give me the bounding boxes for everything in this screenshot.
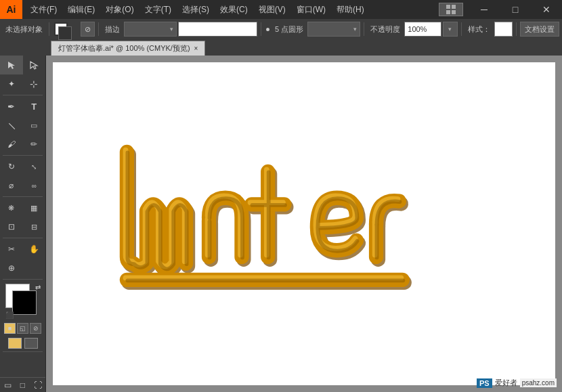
close-button[interactable]: ✕ (531, 0, 562, 19)
slice-tool-button[interactable]: ⊡ (0, 217, 23, 236)
line-shape-row: | ▭ (0, 116, 45, 135)
canvas-area: PS 爱好者 psahz.com (46, 56, 562, 392)
tab-bar: 灯管字体临摹.ai* @ 100% (CMYK/预览) × (0, 39, 562, 56)
point-indicator (266, 28, 269, 31)
change-screen-mode-button[interactable]: ▭ (0, 378, 15, 392)
opacity-dropdown[interactable]: ▾ (443, 22, 457, 37)
rotate-scale-row: ↻ ⤡ (0, 157, 45, 176)
fullscreen-button[interactable]: ⛶ (30, 378, 45, 392)
color-mode-button[interactable]: ■ (4, 323, 16, 334)
type-tool-button[interactable]: T (23, 97, 46, 116)
sep5 (3, 279, 43, 280)
direct-selection-tool-button[interactable] (23, 56, 46, 74)
tb-sep6 (516, 22, 517, 36)
tb-sep1 (49, 22, 49, 36)
artboard[interactable] (53, 62, 555, 385)
svg-marker-0 (8, 62, 15, 69)
fill-indicator[interactable] (8, 338, 22, 349)
menu-window[interactable]: 窗口(W) (291, 0, 331, 19)
sep1 (3, 95, 43, 95)
symbol-mesh-row: ❋ ▦ (0, 198, 45, 217)
sidebar: ✦ ⊹ ✒ T | ▭ 🖌 (0, 56, 46, 392)
tab-close-button[interactable]: × (194, 45, 198, 52)
menu-object[interactable]: 对象(O) (100, 0, 139, 19)
sep2 (3, 155, 43, 156)
brush-pencil-row: 🖌 ✏ (0, 135, 45, 154)
menu-view[interactable]: 视图(V) (253, 0, 291, 19)
pen-tool-button[interactable]: ✒ (0, 97, 23, 116)
document-tab[interactable]: 灯管字体临摹.ai* @ 100% (CMYK/预览) × (51, 41, 205, 56)
magic-wand-tool-button[interactable]: ✦ (0, 74, 23, 93)
menu-effect[interactable]: 效果(C) (215, 0, 253, 19)
empty-tool-button (23, 259, 46, 278)
sep6 (3, 351, 43, 352)
title-bar: Ai 文件(F) 编辑(E) 对象(O) 文字(T) 选择(S) 效果(C) 视… (0, 0, 562, 19)
menu-file[interactable]: 文件(F) (25, 0, 62, 19)
stroke-color-select[interactable] (178, 22, 257, 37)
svg-marker-1 (30, 62, 37, 69)
line-tool-button[interactable]: | (0, 116, 23, 135)
selection-tool-button[interactable] (0, 56, 23, 74)
toolbar: 未选择对象 ⊘ 描边 ▾ 5 点圆形 ▾ 不透明度 ▾ 样式： 文档设置 (0, 19, 562, 39)
no-selection-label: 未选择对象 (3, 24, 45, 35)
scale-tool-button[interactable]: ⤡ (23, 157, 46, 176)
reset-colors-icon[interactable]: ⬛ (5, 311, 14, 319)
menu-edit[interactable]: 编辑(E) (62, 0, 100, 19)
tb-sep5 (461, 22, 462, 36)
shape-tool-button[interactable]: ▭ (23, 116, 46, 135)
sep4 (3, 238, 43, 238)
doc-settings-button[interactable]: 文档设置 (520, 22, 559, 37)
warp-tool-button[interactable]: ⌀ (0, 176, 23, 195)
menu-bar: 文件(F) 编辑(E) 对象(O) 文字(T) 选择(S) 效果(C) 视图(V… (22, 0, 469, 19)
watermark-site: psahz.com (520, 378, 557, 387)
point-select[interactable]: ▾ (307, 22, 360, 37)
paintbrush-tool-button[interactable]: 🖌 (0, 135, 23, 154)
tb-sep3 (261, 22, 261, 36)
tb-sep2 (98, 22, 99, 36)
watermark: PS 爱好者 psahz.com (477, 378, 557, 388)
zoom-tool-button[interactable]: ⊕ (0, 259, 23, 278)
blend-tool-button[interactable]: ∞ (23, 176, 46, 195)
tb-sep4 (364, 22, 364, 36)
magic-lasso-row: ✦ ⊹ (0, 74, 45, 93)
lasso-tool-button[interactable]: ⊹ (23, 74, 46, 93)
lettering-artwork (53, 62, 555, 385)
stroke-indicator[interactable] (24, 338, 38, 349)
graph-tool-button[interactable]: ▦ (23, 198, 46, 217)
stroke-color-swatch[interactable] (12, 290, 37, 315)
gradient-mode-button[interactable]: ◱ (17, 323, 28, 334)
color-swatches-area: ⬛ ⇄ (5, 284, 41, 319)
scissors-tool-button[interactable]: ✂ (0, 240, 23, 259)
menu-select[interactable]: 选择(S) (177, 0, 215, 19)
sep3 (3, 196, 43, 197)
window-controls: ─ □ ✕ (469, 0, 562, 19)
normal-screen-button[interactable]: □ (15, 378, 30, 392)
stroke-select[interactable]: ▾ (124, 22, 177, 37)
symbol-tool-button[interactable]: ❋ (0, 198, 23, 217)
none-mode-button[interactable]: ⊘ (30, 323, 41, 334)
stroke-label: 描边 (102, 24, 123, 35)
style-label: 样式： (465, 24, 493, 35)
opacity-label: 不透明度 (368, 24, 403, 35)
watermark-love-text: 爱好者 (495, 378, 517, 388)
swap-colors-icon[interactable]: ⇄ (35, 284, 41, 291)
menu-help[interactable]: 帮助(H) (331, 0, 370, 19)
warp-blend-row: ⌀ ∞ (0, 176, 45, 195)
point-label: 5 点圆形 (272, 24, 306, 35)
hand-tool-button[interactable]: ✋ (23, 240, 46, 259)
style-swatch[interactable] (494, 22, 513, 37)
main-area: ✦ ⊹ ✒ T | ▭ 🖌 (0, 56, 562, 392)
pen-type-row: ✒ T (0, 97, 45, 116)
app-logo: Ai (0, 0, 22, 19)
maximize-button[interactable]: □ (500, 0, 531, 19)
menu-text[interactable]: 文字(T) (139, 0, 177, 19)
pencil-tool-button[interactable]: ✏ (23, 135, 46, 154)
stroke-icon[interactable]: ⊘ (81, 22, 95, 37)
opacity-input[interactable] (404, 22, 441, 37)
tab-filename: 灯管字体临摹.ai* @ 100% (CMYK/预览) (58, 43, 190, 53)
scissors-knife-row: ✂ ✋ (0, 240, 45, 259)
minimize-button[interactable]: ─ (469, 0, 500, 19)
eraser-tool-button[interactable]: ⊟ (23, 217, 46, 236)
selection-tools-row (0, 56, 45, 74)
rotate-tool-button[interactable]: ↻ (0, 157, 23, 176)
